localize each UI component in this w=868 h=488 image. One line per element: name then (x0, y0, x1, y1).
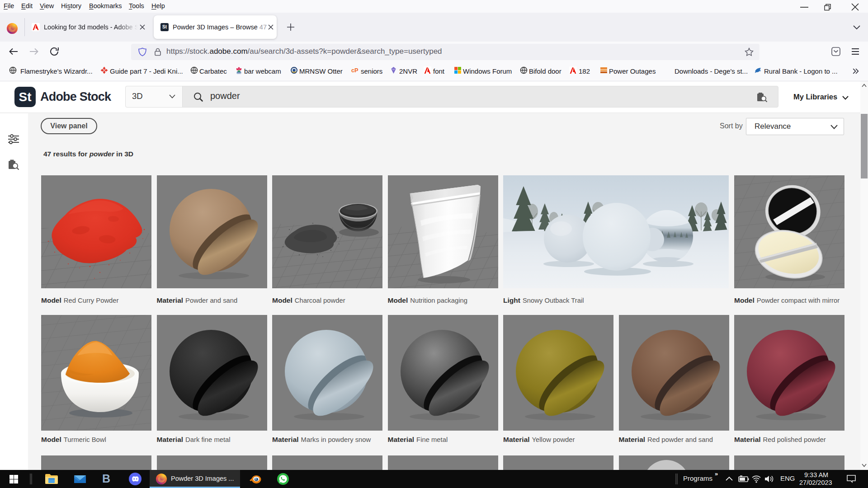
svg-text:cP: cP (351, 67, 359, 74)
svg-text:NSW: NSW (237, 72, 241, 74)
